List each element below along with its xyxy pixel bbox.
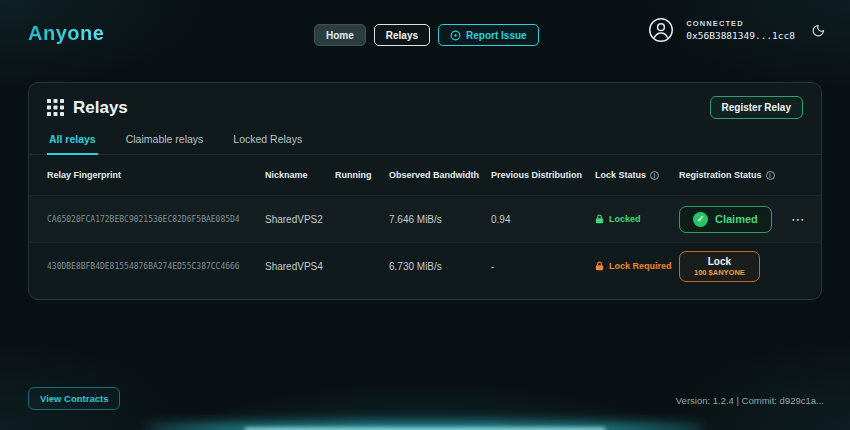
relay-fingerprint: 430DBE8BFB4DE81554876BA274ED55C387CC4666	[47, 262, 265, 271]
previous-distribution: 0.94	[491, 214, 595, 225]
table-row: CA65020FCA172BEBC9021536EC82D6F5BAE085D4…	[29, 195, 821, 242]
wallet-status: CONNECTED	[686, 19, 795, 28]
col-bandwidth: Observed Bandwidth	[389, 170, 491, 180]
lock-status: Locked	[595, 214, 679, 224]
main-nav: Home Relays Report Issue	[314, 24, 539, 46]
top-bar: Anyone Home Relays Report Issue CONNECTE…	[0, 0, 850, 60]
register-relay-button[interactable]: Register Relay	[710, 96, 803, 119]
issue-icon	[450, 30, 461, 41]
check-circle-icon	[693, 212, 708, 227]
wallet-group: CONNECTED 0x56B3881349...1cc8	[648, 17, 826, 43]
claimed-label: Claimed	[715, 213, 758, 225]
card-header: Relays Register Relay	[29, 83, 821, 123]
col-running: Running	[335, 170, 389, 180]
previous-distribution: -	[491, 261, 595, 272]
relay-fingerprint: CA65020FCA172BEBC9021536EC82D6F5BAE085D4	[47, 215, 265, 224]
row-menu-button[interactable]	[791, 211, 806, 227]
lock-icon	[595, 214, 604, 224]
report-issue-label: Report Issue	[466, 30, 527, 41]
wallet-address: 0x56B3881349...1cc8	[686, 30, 795, 41]
col-registration-status-label: Registration Status	[679, 170, 762, 180]
registration-status-info-icon[interactable]	[766, 171, 775, 180]
lock-button-label: Lock	[694, 256, 745, 267]
title-group: Relays	[47, 98, 128, 118]
relay-nickname: SharedVPS2	[265, 214, 335, 225]
relays-card: Relays Register Relay All relays Claimab…	[28, 82, 822, 300]
observed-bandwidth: 6.730 MiB/s	[389, 261, 491, 272]
table-header-row: Relay Fingerprint Nickname Running Obser…	[29, 155, 821, 195]
report-issue-button[interactable]: Report Issue	[438, 24, 539, 46]
col-distribution: Previous Distribution	[491, 170, 595, 180]
col-fingerprint: Relay Fingerprint	[47, 170, 265, 180]
grid-icon	[47, 99, 64, 116]
table-row: 430DBE8BFB4DE81554876BA274ED55C387CC4666…	[29, 242, 821, 289]
observed-bandwidth: 7.646 MiB/s	[389, 214, 491, 225]
relay-nickname: SharedVPS4	[265, 261, 335, 272]
lock-status-label: Lock Required	[609, 261, 672, 271]
lock-status-label: Locked	[609, 214, 641, 224]
lock-status: Lock Required	[595, 261, 679, 271]
tabs: All relays Claimable relays Locked Relay…	[29, 123, 821, 155]
tab-claimable-relays[interactable]: Claimable relays	[124, 127, 206, 154]
wallet-info: CONNECTED 0x56B3881349...1cc8	[686, 19, 795, 41]
col-lock-status-label: Lock Status	[595, 170, 646, 180]
col-nickname: Nickname	[265, 170, 335, 180]
lock-button-amount: 100 $ANYONE	[694, 268, 745, 277]
claimed-button[interactable]: Claimed	[679, 206, 772, 233]
lock-icon	[595, 261, 604, 271]
moon-icon[interactable]	[811, 23, 826, 38]
lock-button[interactable]: Lock 100 $ANYONE	[679, 251, 760, 282]
avatar-icon[interactable]	[648, 17, 674, 43]
tab-locked-relays[interactable]: Locked Relays	[231, 127, 304, 154]
tab-all-relays[interactable]: All relays	[47, 127, 98, 155]
version-text: Version: 1.2.4 | Commit: d929c1a...	[676, 395, 824, 406]
page-title: Relays	[73, 98, 128, 118]
lock-status-info-icon[interactable]	[650, 171, 659, 180]
col-lock-status: Lock Status	[595, 170, 679, 180]
relays-button[interactable]: Relays	[374, 24, 430, 46]
home-button[interactable]: Home	[314, 24, 366, 46]
col-registration-status: Registration Status	[679, 170, 791, 180]
view-contracts-button[interactable]: View Contracts	[28, 387, 120, 410]
app-logo[interactable]: Anyone	[28, 22, 104, 45]
